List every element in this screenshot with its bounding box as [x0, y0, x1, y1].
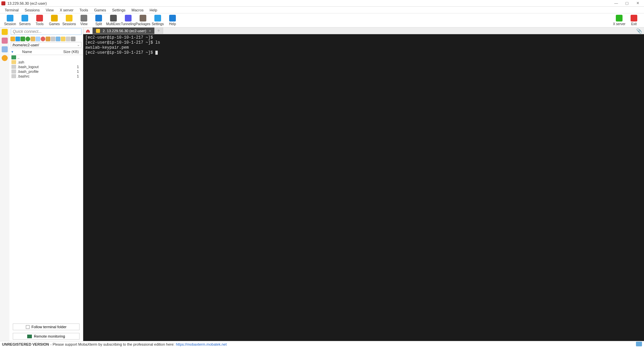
tool-x-server[interactable]: X server: [612, 14, 627, 27]
status-text: - Please support MobaXterm by subscribin…: [50, 342, 175, 346]
settings-icon: [154, 15, 161, 21]
sort-icon[interactable]: ▾: [11, 50, 16, 54]
file-row[interactable]: .bash_profile1: [9, 69, 83, 74]
menu-x-server[interactable]: X server: [57, 7, 76, 13]
globe-icon[interactable]: [2, 55, 8, 61]
tab-bar: 2. 13.229.56.30 (ec2-user) × ✧ 📎: [83, 28, 644, 34]
file-icon: [11, 65, 16, 69]
delete-icon[interactable]: [41, 37, 45, 41]
help-icon: [169, 15, 176, 21]
window-title: 13.229.56.30 (ec2-user): [7, 1, 614, 5]
home-tab[interactable]: [83, 28, 93, 34]
view-icon: [81, 15, 87, 21]
menu-view[interactable]: View: [43, 7, 56, 13]
file-row[interactable]: ..: [9, 55, 83, 60]
tool-tunneling[interactable]: Tunneling: [121, 14, 136, 27]
file-row[interactable]: .ssh: [9, 60, 83, 64]
minimize-button[interactable]: —: [614, 1, 618, 5]
upload-icon[interactable]: [20, 37, 25, 41]
tab-close-icon[interactable]: ×: [149, 29, 151, 33]
tool-packages[interactable]: Packages: [136, 14, 150, 27]
file-list: ...ssh.bash_logout1.bash_profile1.bashrc…: [9, 55, 83, 322]
file-row[interactable]: .bashrc1: [9, 74, 83, 79]
multiexec-icon: [110, 15, 117, 21]
info-icon[interactable]: [61, 37, 65, 41]
tab-label: 2. 13.229.56.30 (ec2-user): [103, 29, 146, 33]
quick-connect-input[interactable]: Quick connect...: [11, 28, 82, 35]
servers-icon: [21, 15, 28, 21]
parent-icon: [11, 55, 16, 59]
menu-terminal[interactable]: Terminal: [2, 7, 21, 13]
star-icon[interactable]: [2, 29, 8, 35]
status-label: UNREGISTERED VERSION: [2, 342, 49, 346]
side-tabs: [0, 28, 9, 341]
maximize-button[interactable]: ▢: [625, 1, 629, 5]
sftp-toolbar: [9, 36, 83, 42]
tool-view[interactable]: View: [77, 14, 91, 27]
tray-icon[interactable]: [636, 342, 642, 346]
file-name: .bash_profile: [17, 69, 62, 73]
menu-tools[interactable]: Tools: [77, 7, 91, 13]
tool-exit[interactable]: Exit: [627, 14, 641, 27]
tool-sessions[interactable]: Sessions: [62, 14, 77, 27]
rename-icon[interactable]: [51, 37, 55, 41]
new-tab-button[interactable]: ✧: [154, 28, 163, 34]
file-size: 1: [62, 65, 81, 69]
refresh-icon[interactable]: [26, 37, 30, 41]
sftp-panel: Quick connect... /home/ec2-user/ ⌄: [9, 28, 83, 341]
terminal[interactable]: [ec2-user@ip-10-10-1-217 ~]$ [ec2-user@i…: [83, 34, 644, 341]
app-icon: [1, 1, 5, 5]
menu-games[interactable]: Games: [92, 7, 109, 13]
window-controls: — ▢ ✕: [614, 1, 640, 5]
lock-icon[interactable]: [71, 37, 76, 41]
status-link[interactable]: https://mobaxterm.mobatek.net: [176, 342, 227, 346]
col-size[interactable]: Size (KB): [62, 50, 81, 54]
menu-settings[interactable]: Settings: [109, 7, 128, 13]
newfile-icon[interactable]: [36, 37, 40, 41]
tool-servers[interactable]: Servers: [17, 14, 32, 27]
path-input[interactable]: /home/ec2-user/ ⌄: [11, 42, 82, 48]
send-icon[interactable]: [2, 46, 8, 52]
handshake-icon[interactable]: [2, 38, 8, 44]
file-size: 1: [62, 74, 81, 78]
follow-terminal-checkbox[interactable]: Follow terminal folder: [13, 324, 80, 330]
tool-games[interactable]: Games: [47, 14, 62, 27]
download-icon[interactable]: [15, 37, 20, 41]
remote-monitoring-button[interactable]: Remote monitoring: [13, 333, 80, 340]
tunneling-icon: [125, 15, 132, 21]
tool-session[interactable]: Session: [3, 14, 17, 27]
tool-split[interactable]: Split: [91, 14, 106, 27]
remote-monitor-label: Remote monitoring: [34, 334, 65, 338]
split-icon: [95, 15, 102, 21]
file-row[interactable]: .bash_logout1: [9, 64, 83, 69]
edit-icon[interactable]: [46, 37, 50, 41]
chevron-down-icon[interactable]: ⌄: [77, 43, 80, 47]
explore-icon[interactable]: [10, 37, 15, 41]
close-button[interactable]: ✕: [635, 1, 640, 5]
sessions-icon: [66, 15, 72, 21]
newfolder-icon[interactable]: [31, 37, 35, 41]
session-icon: [7, 15, 13, 21]
tool-settings[interactable]: Settings: [150, 14, 165, 27]
file-name: .bash_logout: [17, 65, 62, 69]
folder-icon: [11, 60, 16, 64]
tool-multiexec[interactable]: MultiExec: [106, 14, 121, 27]
menu-bar: TerminalSessionsViewX serverToolsGamesSe…: [0, 7, 644, 13]
text-icon[interactable]: [56, 37, 60, 41]
session-tab[interactable]: 2. 13.229.56.30 (ec2-user) ×: [93, 28, 154, 34]
lightning-icon: [96, 29, 100, 33]
file-icon: [11, 69, 16, 73]
side-panel: Quick connect... /home/ec2-user/ ⌄: [0, 28, 83, 341]
tool-tools[interactable]: Tools: [32, 14, 47, 27]
file-name: ..: [17, 55, 62, 59]
tool-help[interactable]: Help: [165, 14, 180, 27]
file-icon: [11, 74, 16, 78]
file-size: 1: [62, 69, 81, 73]
menu-macros[interactable]: Macros: [129, 7, 146, 13]
menu-sessions[interactable]: Sessions: [22, 7, 43, 13]
col-name[interactable]: Name: [16, 50, 62, 54]
pencil-icon[interactable]: [66, 37, 70, 41]
paperclip-icon[interactable]: 📎: [636, 28, 642, 34]
menu-help[interactable]: Help: [147, 7, 160, 13]
packages-icon: [140, 15, 146, 21]
